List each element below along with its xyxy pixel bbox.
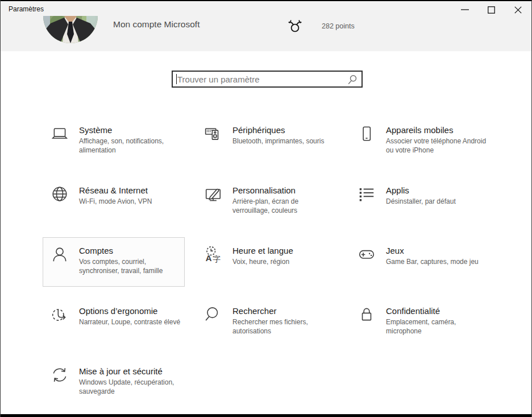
rewards-points: 282 points [322,22,355,30]
devices-icon [204,125,222,143]
tile-mise-a-jour[interactable]: Mise à jour et sécurité Windows Update, … [43,358,184,407]
svg-text:A: A [206,253,212,263]
tile-personnalisation[interactable]: Personnalisation Arrière-plan, écran de … [197,177,338,226]
search-submit-button[interactable] [347,74,358,85]
search-box [172,71,363,88]
window-title: Paramètres [9,5,44,13]
tile-subtitle: Game Bar, captures, mode jeu [386,258,488,267]
tile-subtitle: Rechercher mes fichiers, autorisations [232,318,335,336]
tile-subtitle: Voix, heure, région [232,258,335,267]
account-title: Mon compte Microsoft [113,19,200,30]
minimize-icon [461,9,469,10]
user-avatar-photo [43,16,98,43]
update-refresh-icon [51,366,69,384]
tile-ergonomie[interactable]: Options d’ergonomie Narrateur, Loupe, co… [43,298,184,346]
minimize-button[interactable] [451,1,478,18]
gamepad-icon [358,245,376,263]
tile-title: Mise à jour et sécurité [79,366,181,377]
tile-peripheriques[interactable]: Périphériques Bluetooth, imprimantes, so… [197,117,338,166]
text-caret [176,74,177,84]
tile-title: Appareils mobiles [386,125,488,136]
ease-of-access-icon [51,305,69,324]
tile-subtitle: Affichage, son, notifications, alimentat… [79,137,181,155]
tile-title: Options d’ergonomie [79,305,181,317]
window-bottom-border [1,414,531,417]
network-globe-icon [51,185,69,203]
tile-comptes[interactable]: Comptes Vos comptes, courriel, synchroni… [43,238,184,286]
tile-title: Comptes [79,245,181,257]
tile-confidentialite[interactable]: Confidentialité Emplacement, caméra, mic… [350,298,491,346]
tile-title: Heure et langue [232,245,335,257]
header: Paramètres [1,0,531,51]
tile-title: Jeux [386,245,488,257]
system-icon [51,125,69,143]
tile-title: Rechercher [232,305,335,317]
maximize-icon [488,6,495,14]
settings-window: Paramètres [0,0,532,417]
tile-subtitle: Windows Update, récupération, sauvegarde [79,378,181,396]
search-magnifier-icon [204,305,222,324]
time-language-icon: A 字 [204,245,222,263]
account-header[interactable] [43,16,98,51]
tile-title: Réseau & Internet [79,185,181,196]
tile-rechercher[interactable]: Rechercher Rechercher mes fichiers, auto… [197,298,338,346]
tile-subtitle: Bluetooth, imprimantes, souris [232,137,335,146]
tile-title: Personnalisation [232,185,335,196]
rewards-medal-icon [286,16,304,32]
tile-reseau-internet[interactable]: Réseau & Internet Wi-Fi, mode Avion, VPN [43,177,184,226]
tile-title: Applis [386,185,488,196]
svg-text:字: 字 [213,254,221,263]
close-button[interactable] [505,1,531,18]
phone-icon [358,125,376,143]
tile-subtitle: Narrateur, Loupe, contraste élevé [79,318,181,327]
maximize-button[interactable] [478,1,505,18]
apps-list-icon [358,185,376,203]
privacy-lock-icon [358,305,376,324]
tile-applis[interactable]: Applis Désinstaller, par défaut [350,177,491,226]
window-controls [451,1,531,18]
tile-subtitle: Vos comptes, courriel, synchroniser, tra… [79,258,181,275]
tile-subtitle: Désinstaller, par défaut [386,197,488,207]
tile-title: Périphériques [232,125,335,136]
tile-subtitle: Arrière-plan, écran de verrouillage, cou… [232,197,335,215]
settings-tiles-grid: Système Affichage, son, notifications, a… [43,117,491,407]
tile-jeux[interactable]: Jeux Game Bar, captures, mode jeu [350,238,491,286]
tile-subtitle: Wi-Fi, mode Avion, VPN [79,197,181,207]
close-icon [514,6,522,14]
tile-title: Système [79,125,181,136]
personalization-icon [204,185,222,203]
tile-appareils-mobiles[interactable]: Appareils mobiles Associer votre télépho… [350,117,491,166]
tile-title: Confidentialité [386,305,488,317]
search-icon [347,75,358,85]
search-input[interactable] [173,72,348,86]
tile-heure-langue[interactable]: A 字 Heure et langue Voix, heure, région [197,238,338,286]
accounts-person-icon [51,245,69,263]
tile-subtitle: Associer votre téléphone Android ou votr… [386,137,488,155]
tile-systeme[interactable]: Système Affichage, son, notifications, a… [43,117,184,166]
tile-subtitle: Emplacement, caméra, microphone [386,318,488,336]
